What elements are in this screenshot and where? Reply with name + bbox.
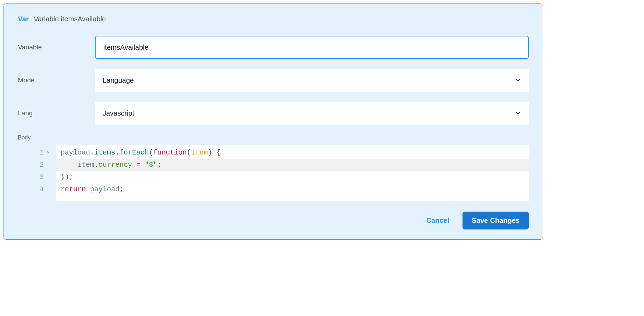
lang-select[interactable]: Javascript [95, 102, 529, 125]
code-line[interactable]: return payload; [61, 183, 524, 195]
panel-footer: Cancel Save Changes [18, 212, 529, 229]
editor-code[interactable]: payload.items.forEach(function(item) { i… [56, 145, 529, 201]
variable-input[interactable] [95, 36, 529, 59]
variable-label: Variable [18, 43, 95, 51]
lang-label: Lang [18, 109, 95, 117]
gutter-line: 4 [24, 183, 49, 195]
mode-select[interactable]: Language [95, 69, 529, 92]
panel-header: Var Variable itemsAvailable [18, 15, 529, 23]
mode-row: Mode Language [18, 69, 529, 92]
cancel-button[interactable]: Cancel [420, 212, 456, 229]
var-badge: Var [18, 15, 29, 23]
panel-title: Variable itemsAvailable [34, 15, 106, 23]
mode-value: Language [103, 76, 134, 84]
mode-label: Mode [18, 76, 95, 84]
code-editor[interactable]: 1v234 payload.items.forEach(function(ite… [18, 145, 529, 201]
variable-row: Variable [18, 36, 529, 59]
save-button[interactable]: Save Changes [463, 212, 529, 229]
fold-marker-icon[interactable]: v [46, 146, 49, 159]
lang-value: Javascript [103, 109, 134, 117]
variable-config-panel: Var Variable itemsAvailable Variable Mod… [4, 4, 543, 240]
code-line[interactable]: }); [61, 171, 524, 183]
gutter-line: 3 [24, 171, 49, 183]
code-line[interactable]: item.currency = "$"; [56, 159, 529, 171]
chevron-down-icon [515, 77, 521, 83]
body-section: Body 1v234 payload.items.forEach(functio… [18, 135, 529, 201]
gutter-line: 1v [24, 146, 49, 159]
chevron-down-icon [515, 110, 521, 116]
code-line[interactable]: payload.items.forEach(function(item) { [61, 146, 524, 159]
body-label: Body [18, 135, 529, 141]
editor-gutter: 1v234 [18, 145, 56, 201]
gutter-line: 2 [24, 159, 49, 171]
lang-row: Lang Javascript [18, 102, 529, 125]
